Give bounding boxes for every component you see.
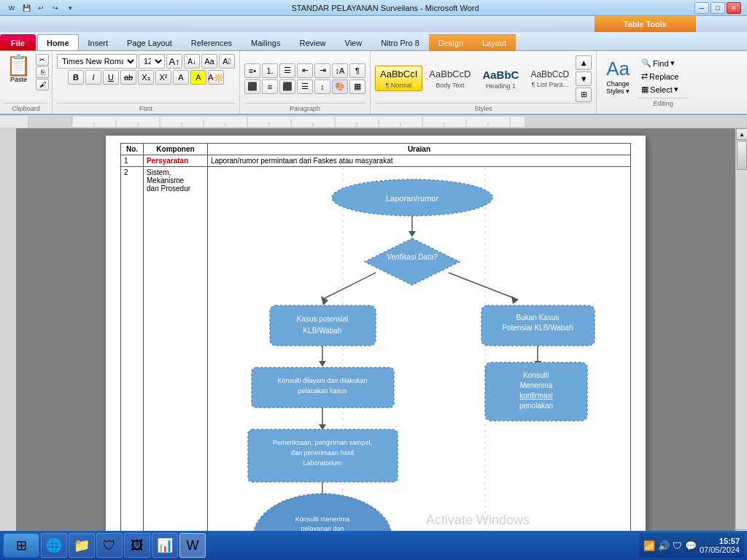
replace-button[interactable]: ⇄ Replace: [638, 70, 689, 82]
svg-text:KLB/Wabah: KLB/Wabah: [303, 327, 341, 335]
increase-indent-button[interactable]: ⇥: [314, 63, 330, 78]
close-button[interactable]: ✕: [727, 2, 741, 14]
table-row: 1 Persyaratan Laporan/rumor permintaan d…: [121, 155, 631, 167]
change-styles-label: ChangeStyles ▾: [606, 80, 630, 95]
numbering-button[interactable]: 1.: [262, 63, 278, 78]
tab-page-layout[interactable]: Page Layout: [117, 34, 182, 50]
taskbar-word[interactable]: W: [179, 533, 206, 558]
line-spacing-button[interactable]: ↕: [314, 79, 330, 94]
borders-button[interactable]: ▦: [349, 79, 365, 94]
bullets-button[interactable]: ≡•: [244, 63, 260, 78]
start-button[interactable]: ⊞: [3, 533, 39, 558]
styles-expand[interactable]: ⊞: [576, 88, 592, 102]
clear-format-button[interactable]: A⃝: [219, 54, 235, 69]
style-body-preview: AaBbCcD: [429, 68, 471, 81]
find-button[interactable]: 🔍 Find ▾: [638, 57, 689, 69]
scroll-track[interactable]: [736, 140, 747, 529]
styles-scroll-up[interactable]: ▲: [576, 55, 592, 70]
change-styles-button[interactable]: Aа ChangeStyles ▾: [601, 54, 635, 98]
tab-file[interactable]: File: [0, 34, 36, 50]
taskbar: ⊞ 🌐 📁 🛡 🖼 📊 W 📶 🔊 🛡 💬 15:57 07/05/2024: [0, 531, 747, 560]
show-hide-button[interactable]: ¶: [349, 63, 365, 78]
sort-button[interactable]: ↕A: [332, 63, 348, 78]
align-left-button[interactable]: ⬛: [244, 79, 260, 94]
scroll-up-button[interactable]: ▲: [736, 128, 747, 140]
style-heading-label: Heading 1: [486, 82, 516, 90]
shading-button[interactable]: A🔆: [208, 70, 224, 85]
table-header-komponen: Komponen: [144, 144, 208, 155]
taskbar-security[interactable]: 🛡: [96, 533, 123, 558]
style-body-label: Body Text: [436, 82, 464, 89]
taskbar-ie[interactable]: 🌐: [41, 533, 67, 558]
change-case-button[interactable]: Aa: [201, 54, 217, 69]
style-normal[interactable]: AaBbCcI ¶ Normal: [375, 66, 422, 90]
paste-button[interactable]: 📋 Paste: [3, 54, 34, 85]
grow-font-button[interactable]: A↑: [166, 54, 182, 69]
tab-layout[interactable]: Layout: [473, 34, 516, 50]
svg-text:Konsulti menerima: Konsulti menerima: [295, 516, 350, 523]
clock: 15:57 07/05/2024: [700, 537, 740, 554]
format-painter-button[interactable]: 🖌: [36, 79, 49, 90]
multilevel-button[interactable]: ☰: [279, 63, 295, 78]
svg-text:Potensial KLB/Wabah: Potensial KLB/Wabah: [502, 324, 573, 332]
select-button[interactable]: ▦ Select ▾: [638, 83, 689, 96]
italic-button[interactable]: I: [85, 70, 101, 85]
tab-references[interactable]: References: [182, 34, 241, 50]
undo-btn[interactable]: ↩: [35, 2, 47, 14]
tab-review[interactable]: Review: [290, 34, 335, 50]
paste-label: Paste: [10, 76, 27, 83]
highlight-button[interactable]: A: [190, 70, 206, 85]
tab-nitro[interactable]: Nitro Pro 8: [371, 34, 429, 50]
subscript-button[interactable]: X₂: [138, 70, 154, 85]
word-icon: W: [6, 2, 18, 14]
bold-button[interactable]: B: [68, 70, 84, 85]
svg-marker-43: [319, 361, 326, 367]
customize-btn[interactable]: ▾: [64, 2, 76, 14]
style-body-text[interactable]: AaBbCcD Body Text: [424, 66, 476, 90]
redo-btn[interactable]: ↪: [50, 2, 61, 14]
minimize-button[interactable]: ─: [694, 2, 709, 14]
svg-rect-36: [270, 306, 376, 346]
taskbar-photos[interactable]: 🖼: [124, 533, 150, 558]
save-quick-btn[interactable]: 💾: [20, 2, 32, 14]
font-color-button[interactable]: A: [173, 70, 189, 85]
tab-view[interactable]: View: [336, 34, 372, 50]
table-cell-komponen-1: Persyaratan: [144, 155, 208, 167]
vertical-scrollbar[interactable]: ▲ ▼: [735, 128, 747, 541]
justify-button[interactable]: ☰: [297, 79, 313, 94]
align-right-button[interactable]: ⬛: [279, 79, 295, 94]
styles-scroll-down[interactable]: ▼: [576, 71, 592, 86]
svg-text:Activate Windows: Activate Windows: [426, 513, 530, 527]
shrink-font-button[interactable]: A↓: [184, 54, 200, 69]
tab-design[interactable]: Design: [429, 34, 473, 50]
style-heading1[interactable]: AaBbC Heading 1: [477, 65, 524, 92]
taskbar-excel[interactable]: 📊: [152, 533, 178, 558]
svg-text:Laboratorium: Laboratorium: [303, 459, 341, 467]
svg-text:Konsulti: Konsulti: [523, 371, 549, 379]
table-cell-uraian-2: Laporan/rumor Verifikasi Data?: [207, 167, 630, 542]
copy-button[interactable]: ⎘: [36, 66, 49, 78]
shading-para-button[interactable]: 🎨: [332, 79, 348, 94]
style-list-para[interactable]: AaBbCcD ¶ List Para...: [525, 66, 574, 90]
center-button[interactable]: ≡: [262, 79, 278, 94]
ruler-area: [0, 115, 747, 128]
font-name-select[interactable]: Times New Roman: [57, 54, 137, 69]
clock-date: 07/05/2024: [700, 545, 740, 554]
superscript-button[interactable]: X²: [155, 70, 171, 85]
taskbar-explorer[interactable]: 📁: [69, 533, 95, 558]
underline-button[interactable]: U: [103, 70, 119, 85]
style-normal-label: ¶ Normal: [385, 82, 411, 89]
tab-home[interactable]: Home: [37, 34, 79, 50]
cut-button[interactable]: ✂: [36, 54, 49, 66]
decrease-indent-button[interactable]: ⇤: [297, 63, 313, 78]
tab-mailings[interactable]: Mailings: [241, 34, 290, 50]
tab-insert[interactable]: Insert: [79, 34, 118, 50]
replace-icon: ⇄: [641, 71, 648, 81]
editing-label: Editing: [638, 98, 689, 107]
strikethrough-button[interactable]: ab: [120, 70, 136, 85]
scroll-thumb[interactable]: [737, 141, 747, 170]
font-size-select[interactable]: 12: [139, 54, 165, 69]
quick-access-toolbar: W 💾 ↩ ↪ ▾: [6, 2, 76, 14]
document-area[interactable]: No. Komponen Uraian 1 Persyaratan Lapora…: [16, 128, 735, 541]
maximize-button[interactable]: □: [711, 2, 725, 14]
